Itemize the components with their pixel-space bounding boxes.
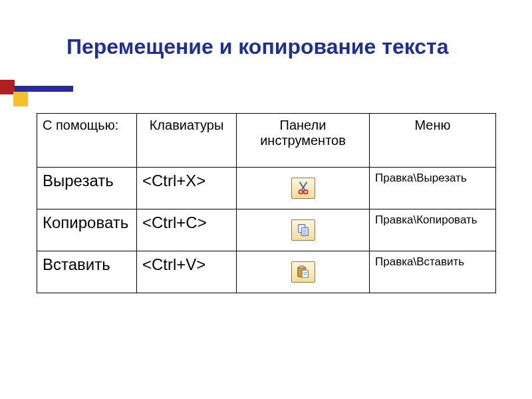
slide: Перемещение и копирование текста С помощ… <box>0 0 532 399</box>
op-shortcut: <Ctrl+X> <box>137 168 237 209</box>
svg-rect-13 <box>302 270 308 277</box>
paste-icon <box>291 261 315 283</box>
op-menu: Правка\Вставить <box>370 251 496 293</box>
corner-decoration <box>0 80 73 110</box>
svg-line-4 <box>301 190 302 191</box>
header-toolbar: Панели инструментов <box>237 114 370 168</box>
op-icon-cell <box>237 251 370 293</box>
op-name: Вырезать <box>37 168 137 209</box>
svg-rect-12 <box>299 266 303 269</box>
op-icon-cell <box>237 168 370 209</box>
table-header-row: С помощью: Клавиатуры Панели инструменто… <box>37 114 496 168</box>
copy-icon <box>291 219 315 241</box>
op-menu: Правка\Вырезать <box>370 168 496 209</box>
table-row: Вырезать <Ctrl+X> Правка\Выр <box>37 168 496 209</box>
op-menu: Правка\Копировать <box>370 209 496 251</box>
op-icon-cell <box>237 209 370 251</box>
header-menu: Меню <box>370 114 496 168</box>
operations-table: С помощью: Клавиатуры Панели инструменто… <box>37 113 496 293</box>
slide-title: Перемещение и копирование текста <box>66 35 452 59</box>
table-row: Вставить <Ctrl+V> Правка\Вставить <box>37 251 496 293</box>
svg-line-5 <box>304 190 305 191</box>
op-name: Копировать <box>37 209 137 251</box>
op-shortcut: <Ctrl+V> <box>137 251 237 293</box>
cut-icon <box>291 178 315 199</box>
header-keyboard: Клавиатуры <box>137 114 237 168</box>
header-with: С помощью: <box>37 114 137 168</box>
op-name: Вставить <box>37 251 137 293</box>
op-shortcut: <Ctrl+C> <box>137 209 237 251</box>
table-row: Копировать <Ctrl+C> Правка\Копировать <box>37 209 496 251</box>
